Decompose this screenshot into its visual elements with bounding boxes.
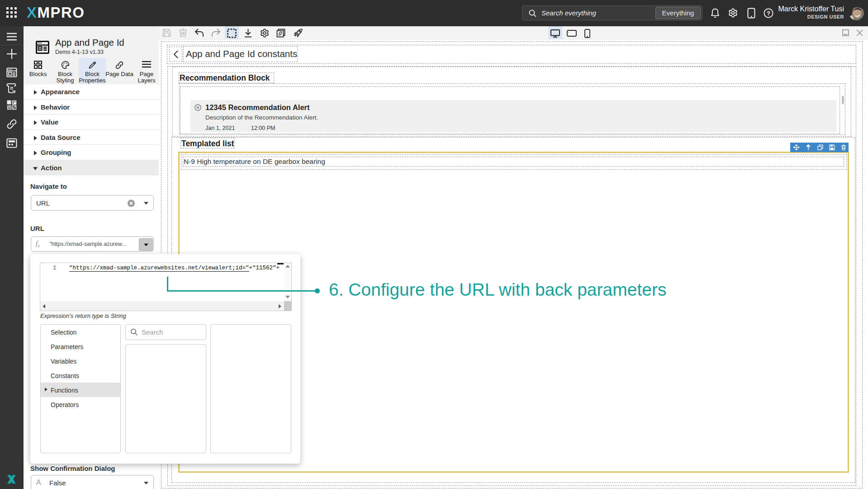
svg-text:?: ?	[767, 10, 770, 17]
